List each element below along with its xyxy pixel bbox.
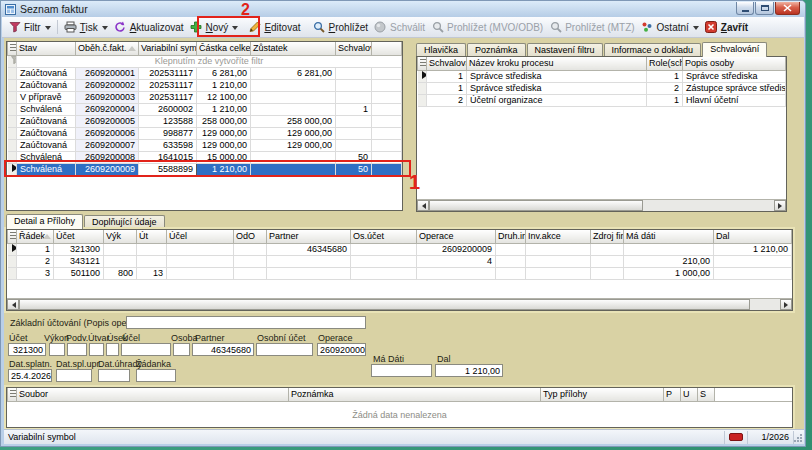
cell-castka[interactable]: 1 210,00 <box>197 103 251 115</box>
tab-nastaveni-filtru[interactable]: Nastavení filtru <box>527 43 603 57</box>
utvar-field[interactable] <box>89 343 104 356</box>
cell-zustatek[interactable] <box>251 79 336 91</box>
basic-accounting-input[interactable] <box>126 316 366 329</box>
tab-poznamka[interactable]: Poznámka <box>467 43 526 57</box>
cell-ma-dati[interactable] <box>624 243 714 255</box>
cell-popis-osoby[interactable]: Správce střediska <box>683 70 786 82</box>
cell-zustatek[interactable]: 6 281,00 <box>251 67 336 79</box>
cell-druh-inv[interactable] <box>496 243 526 255</box>
ma-dati-field[interactable] <box>371 364 432 377</box>
cell-obeh[interactable]: 2609200007 <box>76 139 139 151</box>
invoice-row-selected[interactable]: Schválená 2609200009 5588899 1 210,00 50 <box>8 163 402 175</box>
grid-corner-button[interactable] <box>418 57 427 70</box>
resize-grip[interactable] <box>794 431 804 444</box>
cell-obeh[interactable]: 2609200002 <box>76 79 139 91</box>
cell-obeh[interactable]: 2609200006 <box>76 127 139 139</box>
column-header-ma-dati[interactable]: Má dáti <box>624 230 714 243</box>
cell-popis-osoby[interactable]: Zástupce správce střediska <box>683 82 786 94</box>
cell-ma-dati[interactable]: 210,00 <box>624 255 714 267</box>
scroll-left-button[interactable] <box>417 200 429 211</box>
dal-field[interactable]: 1 210,00 <box>435 364 503 377</box>
cell-schval[interactable] <box>336 91 372 103</box>
cell-stav[interactable]: Schválená <box>17 103 76 115</box>
cell-ut[interactable]: 13 <box>137 267 167 279</box>
approval-row[interactable]: 2 Účetní organizace 1 Hlavní účetní <box>418 94 786 106</box>
column-header-radek[interactable]: Řádek <box>17 230 54 243</box>
filter-button[interactable]: Filtr <box>5 18 54 36</box>
cell-zustatek[interactable] <box>251 91 336 103</box>
cell-schvalovan[interactable]: 1 <box>427 82 467 94</box>
minimize-button[interactable] <box>736 2 754 15</box>
filter-hint[interactable]: Klepnutím zde vytvoříte filtr <box>17 55 402 67</box>
cell-schval[interactable] <box>336 139 372 151</box>
column-header-stav[interactable]: Stav <box>17 42 76 55</box>
cell-castka[interactable]: 6 281,00 <box>197 67 251 79</box>
cell-druh-inv[interactable] <box>496 267 526 279</box>
cell-vyk[interactable] <box>104 243 137 255</box>
close-window-button[interactable]: Zavřít <box>702 18 751 36</box>
column-header-nazev-kroku[interactable]: Název kroku procesu <box>467 57 647 70</box>
cell-schval[interactable]: 1 <box>336 103 372 115</box>
cell-obeh[interactable]: 2609200008 <box>76 151 139 163</box>
tab-schvalovani[interactable]: Schvalování <box>702 42 767 57</box>
column-header-p[interactable]: P <box>664 388 681 401</box>
column-header-castka[interactable]: Částka celkem <box>197 42 251 55</box>
scrollbar-track[interactable] <box>429 200 774 211</box>
ucel-field[interactable] <box>121 343 171 356</box>
tab-informace-o-dokladu[interactable]: Informace o dokladu <box>604 43 702 57</box>
osoba-field[interactable] <box>173 343 190 356</box>
cell-nazev-kroku[interactable]: Správce střediska <box>467 70 647 82</box>
maximize-button[interactable] <box>755 2 774 15</box>
column-header-os-ucet[interactable]: Os.účet <box>351 230 417 243</box>
cell-vyk[interactable]: 800 <box>104 267 137 279</box>
cell-partner[interactable] <box>267 267 351 279</box>
dat-spl-upr-field[interactable] <box>56 369 92 382</box>
cell-vs[interactable]: 202531117 <box>139 79 197 91</box>
view-mtz-button[interactable]: Prohlížet (MTZ) <box>546 18 637 36</box>
cell-radek[interactable]: 2 <box>17 255 54 267</box>
cell-schval[interactable] <box>336 67 372 79</box>
cell-vs[interactable]: 123588 <box>139 115 197 127</box>
column-header-odo[interactable]: OdO <box>234 230 267 243</box>
column-header-partner[interactable]: Partner <box>267 230 351 243</box>
column-header-druh-inv[interactable]: Druh.inv. <box>496 230 526 243</box>
cell-ucel[interactable] <box>167 243 234 255</box>
column-header-zustatek[interactable]: Zůstatek <box>251 42 336 55</box>
title-bar[interactable]: Seznam faktur <box>1 1 805 17</box>
scrollbar-track[interactable] <box>19 299 780 310</box>
cell-stav[interactable]: Zaúčtovaná <box>17 139 76 151</box>
cell-ut[interactable] <box>137 255 167 267</box>
cell-radek[interactable]: 1 <box>17 243 54 255</box>
cell-dal[interactable]: 1 210,00 <box>714 243 792 255</box>
column-header-vyk[interactable]: Výk <box>104 230 137 243</box>
cell-radek[interactable]: 3 <box>17 267 54 279</box>
cell-inv-akce[interactable] <box>526 267 591 279</box>
cell-ucet[interactable]: 321300 <box>54 243 104 255</box>
column-header-role[interactable]: Role(schval <box>647 57 683 70</box>
cell-stav[interactable]: Zaúčtovaná <box>17 127 76 139</box>
cell-druh-inv[interactable] <box>496 255 526 267</box>
detail-row[interactable]: 3 501100 800 13 1 000,00 <box>8 267 792 279</box>
cell-zustatek[interactable]: 258 000,00 <box>251 115 336 127</box>
ucet-field[interactable]: 321300 <box>8 343 46 356</box>
cell-stav[interactable]: V přípravě <box>17 91 76 103</box>
cell-inv-akce[interactable] <box>526 255 591 267</box>
cell-stav[interactable]: Zaúčtovaná <box>17 79 76 91</box>
cell-castka[interactable]: 129 000,00 <box>197 127 251 139</box>
scrollbar-thumb[interactable] <box>19 299 750 310</box>
print-button[interactable]: Tisk <box>61 18 111 36</box>
cell-operace[interactable]: 2609200009 <box>417 243 496 255</box>
column-header-popis-osoby[interactable]: Popis osoby <box>683 57 786 70</box>
cell-role[interactable]: 1 <box>647 70 683 82</box>
column-header-s[interactable]: S <box>698 388 715 401</box>
cell-operace[interactable] <box>417 267 496 279</box>
cell-os-ucet[interactable] <box>351 243 417 255</box>
partner-field[interactable]: 46345680 <box>192 343 254 356</box>
scroll-right-button[interactable] <box>774 200 786 211</box>
cell-ucet[interactable]: 501100 <box>54 267 104 279</box>
column-header-u[interactable]: U <box>681 388 698 401</box>
cell-inv-akce[interactable] <box>526 243 591 255</box>
cell-obeh[interactable]: 2609200005 <box>76 115 139 127</box>
cell-zustatek[interactable]: 129 000,00 <box>251 139 336 151</box>
dat-splatn-field[interactable]: 25.4.2026 <box>8 369 52 382</box>
